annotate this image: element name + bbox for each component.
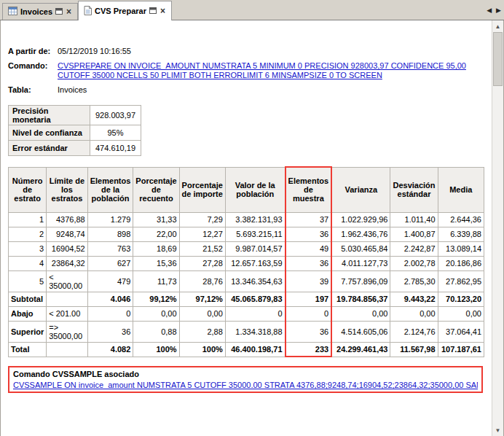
table-cell: 4.011.127,73 <box>331 256 390 270</box>
table-cell: 2.124,76 <box>390 321 438 342</box>
table-cell: 16904,52 <box>47 241 87 256</box>
table-cell: 31,33 <box>133 212 179 227</box>
table-cell: 4376,88 <box>47 212 87 227</box>
table-cell: 1.011,40 <box>390 212 438 227</box>
table-cell: 4.082 <box>87 342 133 357</box>
table-cell: Total <box>9 342 47 357</box>
summary-row: Nivel de confianza 95% <box>9 125 141 141</box>
app-window: Invoices × CVS Preparar <box>0 0 504 436</box>
tab-scroll-left-icon[interactable]: ◀ <box>487 7 492 14</box>
summary-row: Error estándar 474.610,19 <box>9 141 141 156</box>
column-header: Valor de la población <box>225 167 285 212</box>
tab-scroll-arrows: ◀ ▶ <box>487 7 501 14</box>
strata-table: Número de estratoLímite de los estratosE… <box>8 166 484 357</box>
table-cell: 2.644,36 <box>438 212 484 227</box>
column-header: Media <box>438 167 484 212</box>
table-cell: 0,88 <box>133 321 179 342</box>
table-cell: 1.962.436,76 <box>331 227 390 241</box>
table-cell: 0 <box>225 306 285 321</box>
table-cell: 7,29 <box>179 212 225 227</box>
table-row: Total4.082100%100%46.400.198,7123324.299… <box>9 342 484 357</box>
summary-row: Precisión monetaria 928.003,97 <box>9 106 141 125</box>
table-row: 29248,7489822,0012,275.693.215,11361.962… <box>9 227 484 241</box>
table-cell <box>47 342 87 357</box>
table-cell: 20.186,86 <box>438 256 484 270</box>
table-cell: 23864,32 <box>47 256 87 270</box>
table-cell: 1 <box>9 212 47 227</box>
table-cell: 0,00 <box>179 306 225 321</box>
table-cell: 6.339,88 <box>438 227 484 241</box>
table-row: 316904,5276318,6921,529.987.014,57495.03… <box>9 241 484 256</box>
table-cell: 21,52 <box>179 241 225 256</box>
table-cell: 9248,74 <box>47 227 87 241</box>
table-cell: 763 <box>87 241 133 256</box>
tab-label: Invoices <box>20 7 52 16</box>
vertical-scrollbar[interactable]: ▲ ▼ <box>492 20 503 436</box>
table-cell: 4.046 <box>87 292 133 306</box>
table-row: 423864,3262715,3627,2812.657.163,59364.0… <box>9 256 484 270</box>
table-cell: 3.382.131,93 <box>225 212 285 227</box>
table-cell: 0,00 <box>331 306 390 321</box>
column-header: Número de estrato <box>9 167 47 212</box>
table-cell: 1.400,87 <box>390 227 438 241</box>
table-cell: 1.279 <box>87 212 133 227</box>
cvssample-box: Comando CVSSAMPLE asociado CVSSAMPLE ON … <box>8 366 483 393</box>
close-icon[interactable]: × <box>160 7 166 15</box>
table-row: Superior=> 35000,00360,882,881.334.318,8… <box>9 321 484 342</box>
table-cell: < 35000,00 <box>47 270 87 292</box>
summary-value: 95% <box>90 125 141 141</box>
tab-bar: Invoices × CVS Preparar <box>0 0 504 20</box>
table-cell: 97,12% <box>179 292 225 306</box>
table-cell <box>47 292 87 306</box>
table-cell: 22,00 <box>133 227 179 241</box>
results-pane: A partir de: 05/12/2019 10:16:55 Comando… <box>0 20 504 436</box>
summary-table: Precisión monetaria 928.003,97 Nivel de … <box>8 105 141 156</box>
table-cell: 9.443,22 <box>390 292 438 306</box>
table-row: Subtotal4.04699,12%97,12%45.065.879,8319… <box>9 292 484 306</box>
table-cell: 2,88 <box>179 321 225 342</box>
table-cell: 1.334.318,88 <box>225 321 285 342</box>
table-cell: Superior <box>9 321 47 342</box>
table-cell: 19.784.856,37 <box>331 292 390 306</box>
table-cell: 36 <box>286 321 332 342</box>
table-cell: 24.299.461,43 <box>331 342 390 357</box>
table-cell: 99,12% <box>133 292 179 306</box>
column-header: Elementos de muestra <box>286 167 332 212</box>
cvssample-command-link[interactable]: CVSSAMPLE ON invoice_amount NUMSTRATA 5 … <box>13 381 478 389</box>
table-cell: 0,00 <box>390 306 438 321</box>
table-cell: 12,27 <box>179 227 225 241</box>
table-cell: 70.123,20 <box>438 292 484 306</box>
table-value: Invoices <box>58 85 484 95</box>
results-content: A partir de: 05/12/2019 10:16:55 Comando… <box>1 20 492 436</box>
table-label: Tabla: <box>8 85 58 95</box>
table-cell: 36 <box>87 321 133 342</box>
table-cell: 7.757.896,09 <box>331 270 390 292</box>
tab-scroll-right-icon[interactable]: ▶ <box>496 7 501 14</box>
table-cell: 9.987.014,57 <box>225 241 285 256</box>
tab-invoices[interactable]: Invoices × <box>2 3 78 20</box>
table-cell: 18,69 <box>133 241 179 256</box>
scroll-down-icon[interactable]: ▼ <box>492 424 503 436</box>
table-icon <box>8 7 17 17</box>
table-cell: 27,28 <box>179 256 225 270</box>
table-cell: 0,00 <box>438 306 484 321</box>
command-link[interactable]: CVSPREPARE ON INVOICE_AMOUNT NUMSTRATA 5… <box>58 61 484 80</box>
table-cell: 233 <box>286 342 332 357</box>
table-cell: 37.064,41 <box>438 321 484 342</box>
table-cell: 49 <box>286 241 332 256</box>
table-cell: 45.065.879,83 <box>225 292 285 306</box>
close-icon[interactable]: × <box>66 8 72 15</box>
command-field: Comando: CVSPREPARE ON INVOICE_AMOUNT NU… <box>8 61 484 80</box>
table-cell: 100% <box>179 342 225 357</box>
column-header: Elementos de la población <box>87 167 133 212</box>
tab-cvs-preparar[interactable]: CVS Preparar × <box>78 1 172 20</box>
table-cell: 2 <box>9 227 47 241</box>
table-cell: 5.693.215,11 <box>225 227 285 241</box>
scroll-up-icon[interactable]: ▲ <box>492 20 503 32</box>
from-label: A partir de: <box>8 47 58 56</box>
table-cell: 13.089,14 <box>438 241 484 256</box>
column-header: Porcentaje de recuento <box>133 167 179 212</box>
scrollbar-thumb[interactable] <box>493 32 503 86</box>
table-cell: 0,00 <box>133 306 179 321</box>
tab-label: CVS Preparar <box>95 7 146 15</box>
